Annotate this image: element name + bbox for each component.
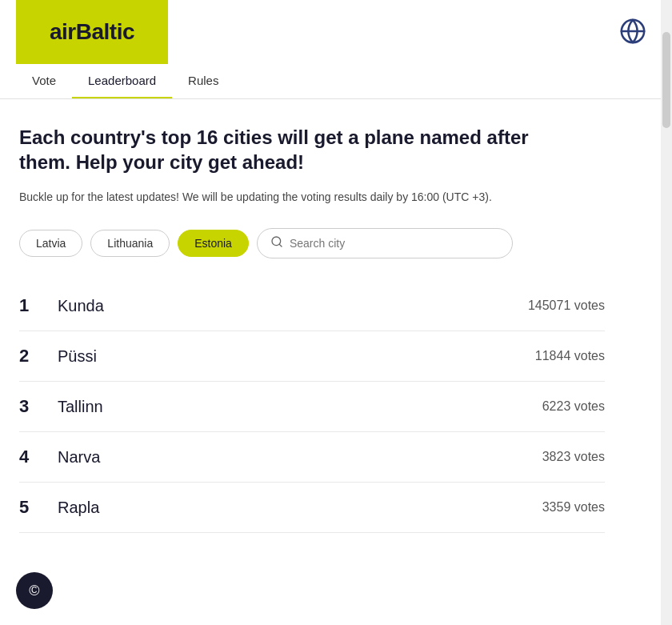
city-kunda: Kunda xyxy=(58,297,528,315)
filter-latvia[interactable]: Latvia xyxy=(19,230,82,257)
header: airBaltic xyxy=(0,0,672,64)
copyright-icon: © xyxy=(29,583,39,599)
filter-estonia[interactable]: Estonia xyxy=(178,230,249,257)
rank-3: 3 xyxy=(19,396,58,417)
search-input[interactable] xyxy=(290,237,499,250)
globe-icon[interactable] xyxy=(619,18,648,46)
rank-5: 5 xyxy=(19,497,58,518)
votes-rapla: 3359 votes xyxy=(542,500,605,515)
nav-rules[interactable]: Rules xyxy=(172,64,234,98)
table-row: 1 Kunda 145071 votes xyxy=(19,281,605,331)
filter-lithuania[interactable]: Lithuania xyxy=(90,230,170,257)
nav: Vote Leaderboard Rules xyxy=(0,64,672,99)
table-row: 5 Rapla 3359 votes xyxy=(19,483,605,533)
leaderboard: 1 Kunda 145071 votes 2 Püssi 11844 votes… xyxy=(19,281,605,533)
rank-4: 4 xyxy=(19,447,58,467)
page-headline: Each country's top 16 cities will get a … xyxy=(19,125,563,174)
votes-tallinn: 6223 votes xyxy=(542,399,605,414)
city-tallinn: Tallinn xyxy=(58,398,542,416)
nav-leaderboard[interactable]: Leaderboard xyxy=(72,64,172,98)
search-box xyxy=(257,228,513,258)
votes-kunda: 145071 votes xyxy=(528,298,605,313)
city-narva: Narva xyxy=(58,448,542,467)
scrollbar[interactable] xyxy=(661,0,672,625)
nav-vote[interactable]: Vote xyxy=(16,64,72,98)
page-subtext: Buckle up for the latest updates! We wil… xyxy=(19,189,563,206)
main-content: Each country's top 16 cities will get a … xyxy=(0,99,624,552)
votes-pussi: 11844 votes xyxy=(535,349,605,363)
logo: airBaltic xyxy=(50,19,134,45)
rank-1: 1 xyxy=(19,295,58,316)
city-pussi: Püssi xyxy=(58,347,535,366)
copyright-button[interactable]: © xyxy=(16,572,53,609)
svg-line-3 xyxy=(279,244,282,246)
table-row: 4 Narva 3823 votes xyxy=(19,432,605,483)
rank-2: 2 xyxy=(19,346,58,367)
filter-row: Latvia Lithuania Estonia xyxy=(19,228,605,258)
table-row: 3 Tallinn 6223 votes xyxy=(19,382,605,432)
city-rapla: Rapla xyxy=(58,499,542,517)
scrollbar-thumb[interactable] xyxy=(662,32,670,128)
search-icon xyxy=(270,235,283,251)
table-row: 2 Püssi 11844 votes xyxy=(19,331,605,382)
votes-narva: 3823 votes xyxy=(542,450,605,464)
logo-box: airBaltic xyxy=(16,0,168,64)
